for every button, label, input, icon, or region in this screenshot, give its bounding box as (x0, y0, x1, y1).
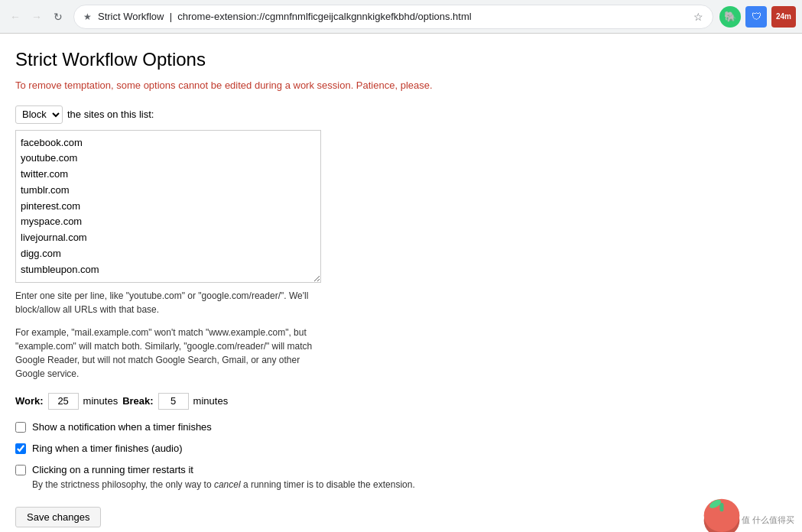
bookmark-star-icon[interactable]: ☆ (693, 11, 703, 23)
ring-label: Ring when a timer finishes (audio) (32, 443, 183, 454)
work-minutes-input[interactable] (48, 393, 79, 410)
sites-textarea[interactable]: facebook.com youtube.com twitter.com tum… (15, 130, 321, 283)
tab-favicon-label: Strict Workflow (98, 11, 164, 22)
ring-checkbox[interactable] (15, 443, 26, 454)
evernote-extension-icon[interactable]: 🐘 (719, 6, 741, 28)
ring-label-block: Ring when a timer finishes (audio) (32, 442, 183, 456)
shield-extension-icon[interactable]: 🛡 (745, 6, 767, 28)
option-notify-row: Show a notification when a timer finishe… (15, 420, 520, 434)
restart-checkbox[interactable] (15, 465, 26, 475)
tomato-decoration (703, 494, 741, 532)
option-ring-row: Ring when a timer finishes (audio) (15, 442, 520, 456)
svg-rect-2 (720, 503, 724, 512)
hint-text-2: For example, "mail.example.com" won't ma… (15, 326, 321, 381)
hint-text-1: Enter one site per line, like "youtube.c… (15, 289, 321, 316)
timer-extension-icon[interactable]: 24m (771, 6, 796, 28)
sites-list-label: the sites on this list: (67, 109, 154, 120)
forward-button[interactable]: → (28, 8, 46, 26)
notify-checkbox[interactable] (15, 422, 26, 433)
warning-message: To remove temptation, some options canno… (15, 78, 520, 93)
restart-label: Clicking on a running timer restarts it (32, 464, 193, 475)
address-bar-url: Strict Workflow | chrome-extension://cgm… (98, 11, 687, 22)
work-label: Work: (15, 395, 44, 407)
reload-button[interactable]: ↻ (49, 8, 67, 26)
option-restart-row: Clicking on a running timer restarts it … (15, 463, 520, 491)
options-section: Show a notification when a timer finishe… (15, 420, 520, 491)
nav-buttons: ← → ↻ (6, 8, 67, 26)
break-minutes-input[interactable] (158, 393, 189, 410)
browser-chrome: ← → ↻ ★ Strict Workflow | chrome-extensi… (0, 0, 802, 34)
lock-icon: ★ (83, 11, 92, 22)
work-unit-label: minutes (83, 395, 119, 407)
break-unit-label: minutes (193, 395, 229, 407)
address-bar[interactable]: ★ Strict Workflow | chrome-extension://c… (73, 5, 713, 29)
notify-label: Show a notification when a timer finishe… (32, 421, 212, 433)
break-label: Break: (122, 395, 153, 407)
block-row: Block Allow the sites on this list: (15, 105, 520, 124)
url-text: chrome-extension://cgmnfnmlficgeijcalkgn… (177, 11, 471, 22)
back-button[interactable]: ← (6, 8, 24, 26)
browser-actions: 🐘 🛡 24m (719, 6, 796, 28)
timer-row: Work: minutes Break: minutes (15, 393, 520, 410)
watermark: 值 什么值得买 (742, 514, 794, 526)
page-title: Strict Workflow Options (15, 49, 520, 70)
block-dropdown[interactable]: Block Allow (15, 105, 63, 124)
save-changes-button[interactable]: Save changes (15, 507, 101, 527)
restart-sub-text: By the strictness philosophy, the only w… (32, 478, 415, 491)
notify-label-block: Show a notification when a timer finishe… (32, 420, 212, 434)
restart-label-block: Clicking on a running timer restarts it … (32, 463, 415, 491)
page-content: Strict Workflow Options To remove tempta… (0, 34, 535, 532)
